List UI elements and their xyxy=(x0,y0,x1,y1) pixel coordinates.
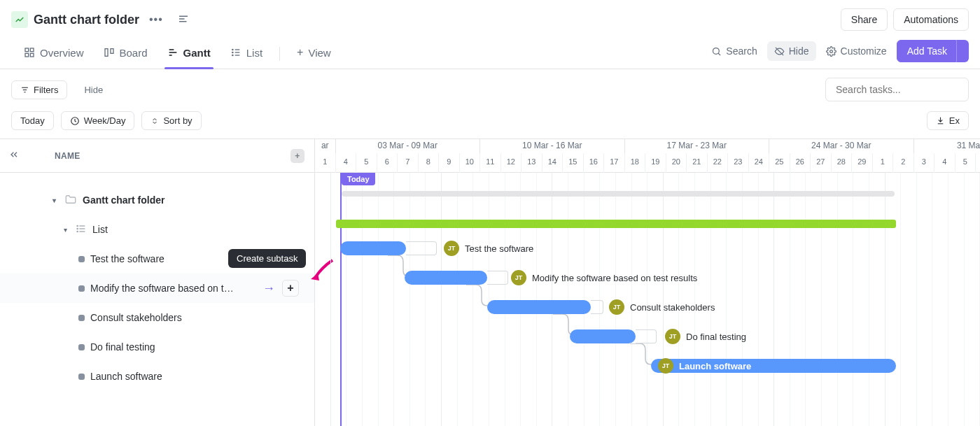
task-bar-label: JT Modify the software based on test res… xyxy=(511,271,697,285)
share-button[interactable]: Share xyxy=(841,8,888,31)
caret-down-icon[interactable]: ▾ xyxy=(60,226,70,234)
task-row[interactable]: Do final testing xyxy=(0,332,314,362)
assignee-avatar[interactable]: JT xyxy=(511,270,526,285)
task-bar[interactable] xyxy=(340,241,406,255)
svg-rect-7 xyxy=(105,49,108,57)
task-bar-buffer[interactable] xyxy=(487,271,508,285)
svg-line-19 xyxy=(718,53,720,55)
assignee-avatar[interactable]: JT xyxy=(444,241,459,256)
add-task-button[interactable]: Add Task xyxy=(897,40,956,62)
day-header: 6 xyxy=(377,153,398,173)
gantt-timeline[interactable]: ar03 Mar - 09 Mar10 Mar - 16 Mar17 Mar -… xyxy=(315,139,980,426)
search-tasks-input[interactable] xyxy=(825,78,969,101)
day-header: 27 xyxy=(811,153,832,173)
day-header: 15 xyxy=(563,153,584,173)
customize-button[interactable]: Customize xyxy=(819,41,894,61)
assignee-avatar[interactable]: JT xyxy=(665,329,680,344)
task-row[interactable]: Modify the software based on te... → + xyxy=(0,274,314,303)
view-tabs: Overview Board Gantt List + View Search … xyxy=(0,36,980,69)
hide-button[interactable]: Hide xyxy=(767,41,816,61)
page-title[interactable]: Gantt chart folder xyxy=(34,13,139,27)
task-bar-label: JT Consult stakeholders xyxy=(609,300,715,314)
svg-point-31 xyxy=(77,228,78,229)
group-summary-bar[interactable] xyxy=(336,220,896,228)
day-header: 26 xyxy=(790,153,811,173)
day-header: 5 xyxy=(955,153,976,173)
filter-row: Filters Hide xyxy=(0,69,980,110)
day-header: 22 xyxy=(708,153,729,173)
day-header: 19 xyxy=(645,153,666,173)
task-sidebar: NAME + ▾ Gantt chart folder ▾ List Test … xyxy=(0,139,315,426)
create-subtask-tooltip: Create subtask xyxy=(228,249,306,268)
day-header: 10 xyxy=(460,153,481,173)
assignee-avatar[interactable]: JT xyxy=(658,358,673,374)
collapse-description-icon[interactable] xyxy=(177,13,190,27)
zoom-select[interactable]: Week/Day xyxy=(61,111,135,130)
day-header: 24 xyxy=(749,153,770,173)
tree-folder-row[interactable]: ▾ Gantt chart folder xyxy=(0,185,314,215)
day-header: 3 xyxy=(914,153,935,173)
sort-button[interactable]: Sort by xyxy=(141,111,201,130)
task-row[interactable]: Consult stakeholders xyxy=(0,303,314,332)
week-header: 24 Mar - 30 Mar xyxy=(769,139,914,153)
week-header: 17 Mar - 23 Mar xyxy=(625,139,770,153)
task-bar-buffer[interactable] xyxy=(591,300,603,314)
add-task-dropdown[interactable] xyxy=(956,40,969,62)
svg-rect-5 xyxy=(25,53,29,57)
day-header: 23 xyxy=(728,153,749,173)
tab-overview[interactable]: Overview xyxy=(15,40,92,69)
day-header: 1 xyxy=(873,153,894,173)
day-header: 5 xyxy=(356,153,377,173)
today-button[interactable]: Today xyxy=(11,111,54,130)
task-bar[interactable] xyxy=(405,271,487,285)
status-dot-icon xyxy=(78,315,85,321)
more-options-icon[interactable]: ••• xyxy=(145,13,167,26)
search-button[interactable]: Search xyxy=(704,41,764,61)
caret-down-icon[interactable]: ▾ xyxy=(49,197,59,204)
add-view-button[interactable]: + View xyxy=(288,39,340,69)
dependency-arrow-icon[interactable]: → xyxy=(262,281,275,296)
hide-filter-button[interactable]: Hide xyxy=(76,81,111,99)
svg-rect-3 xyxy=(25,48,29,52)
gantt-main: NAME + ▾ Gantt chart folder ▾ List Test … xyxy=(0,139,980,426)
create-subtask-button[interactable]: + xyxy=(282,280,299,297)
export-button[interactable]: Ex xyxy=(927,111,969,130)
task-bar[interactable] xyxy=(487,300,591,314)
task-bar-buffer[interactable] xyxy=(406,241,437,255)
tab-gantt[interactable]: Gantt xyxy=(159,40,219,69)
svg-point-14 xyxy=(232,52,232,52)
tree-list-row[interactable]: ▾ List xyxy=(0,215,314,244)
scroll-indicator[interactable] xyxy=(342,191,895,197)
tab-board[interactable]: Board xyxy=(95,40,156,69)
status-dot-icon xyxy=(78,344,85,350)
svg-rect-4 xyxy=(30,48,34,52)
task-bar-label: JT Launch software xyxy=(658,359,751,373)
svg-point-30 xyxy=(77,225,78,226)
svg-point-18 xyxy=(713,48,720,54)
task-bar-buffer[interactable] xyxy=(636,329,657,343)
status-dot-icon xyxy=(78,256,85,262)
task-tree: ▾ Gantt chart folder ▾ List Test the sof… xyxy=(0,173,314,391)
svg-point-16 xyxy=(232,55,232,55)
list-icon xyxy=(76,223,87,236)
task-bar[interactable] xyxy=(570,329,636,343)
week-header: 10 Mar - 16 Mar xyxy=(480,139,625,153)
tab-list[interactable]: List xyxy=(222,40,271,69)
day-header: 13 xyxy=(522,153,542,173)
svg-rect-8 xyxy=(111,49,113,54)
week-header: 31 Mar - 06 Apr xyxy=(914,139,981,153)
folder-outline-icon xyxy=(64,193,77,208)
automations-button[interactable]: Automations xyxy=(893,8,969,31)
filters-button[interactable]: Filters xyxy=(11,80,67,99)
day-header: 21 xyxy=(687,153,708,173)
day-header: 28 xyxy=(832,153,853,173)
collapse-sidebar-icon[interactable] xyxy=(8,149,20,162)
day-header: 8 xyxy=(419,153,440,173)
task-row[interactable]: Launch software xyxy=(0,362,314,391)
assignee-avatar[interactable]: JT xyxy=(609,299,624,315)
gantt-row: JT Modify the software based on test res… xyxy=(315,271,980,300)
svg-point-21 xyxy=(830,50,832,52)
timeline-body[interactable]: Today JT Test the software JT xyxy=(315,173,980,426)
gantt-row: JT Launch software xyxy=(315,359,980,388)
add-column-icon[interactable]: + xyxy=(290,149,304,163)
